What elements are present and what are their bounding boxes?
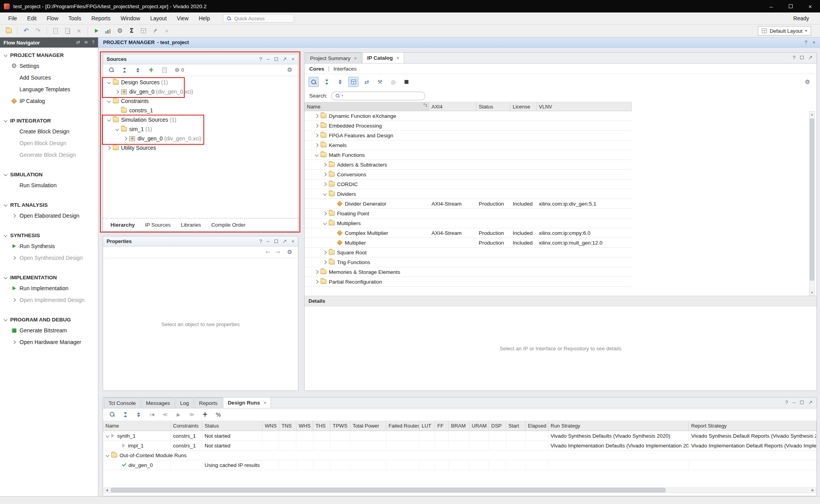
expand-all-icon[interactable]: [133, 65, 143, 75]
scroll-down-icon[interactable]: ▼: [809, 290, 815, 295]
flownav-item-open-block-design[interactable]: Open Block Design: [0, 137, 98, 149]
paste-icon[interactable]: [62, 26, 72, 36]
flownav-item-open-synthesized-design[interactable]: Open Synthesized Design: [0, 252, 98, 264]
layout-grid-icon[interactable]: [138, 26, 148, 36]
sources-tab-libraries[interactable]: Libraries: [176, 220, 205, 230]
minimize-icon[interactable]: –: [793, 399, 795, 405]
column-header-wns[interactable]: WNS: [262, 421, 279, 431]
percent-icon[interactable]: %: [213, 410, 223, 420]
ip-row-divider-generator[interactable]: Divider Generator AXI4-Stream Production…: [305, 199, 632, 209]
menu-layout[interactable]: Layout: [145, 13, 172, 23]
maximize-window-icon[interactable]: [781, 0, 800, 12]
tab-log[interactable]: Log: [175, 398, 194, 408]
chevron-down-icon[interactable]: [4, 234, 7, 237]
sources-tab-ip-sources[interactable]: IP Sources: [141, 220, 175, 230]
help-icon[interactable]: ?: [259, 56, 262, 62]
tab-project-summary[interactable]: Project Summary×: [305, 53, 362, 63]
chevron-down-icon[interactable]: [4, 318, 7, 321]
flownav-item-open-hardware-manager[interactable]: Open Hardware Manager: [0, 336, 98, 348]
close-window-icon[interactable]: ×: [800, 0, 820, 12]
ip-row-trig-functions[interactable]: Trig Functions: [305, 257, 632, 267]
ip-row-dividers[interactable]: Dividers: [305, 189, 632, 199]
settings-gear-icon[interactable]: ⚙: [285, 247, 295, 257]
expander-icon[interactable]: [315, 114, 318, 118]
column-header-ths[interactable]: THS: [313, 421, 330, 431]
settings-gear-icon[interactable]: ⚙: [802, 77, 813, 87]
view-cores[interactable]: Cores: [309, 66, 324, 72]
forward-icon[interactable]: →: [275, 249, 280, 255]
flownav-item-settings[interactable]: ⚙ Settings: [0, 60, 98, 72]
column-header-axi4[interactable]: AXI4: [429, 102, 476, 111]
column-header-vlnv[interactable]: VLNV: [537, 102, 632, 111]
scroll-up-icon[interactable]: ▲: [809, 112, 815, 117]
float-icon[interactable]: ↗: [808, 55, 813, 60]
column-header-name[interactable]: Name: [103, 421, 171, 431]
source-item-constraints[interactable]: Constraints: [103, 96, 298, 106]
ip-row-complex-multiplier[interactable]: Complex Multiplier AXI4-Stream Productio…: [305, 228, 632, 238]
tab-ip-catalog[interactable]: IP Catalog×: [362, 52, 404, 63]
source-item-simulation-sources[interactable]: Simulation Sources (1): [103, 115, 298, 124]
ip-row-memories-storage-elements[interactable]: Memories & Storage Elements: [305, 267, 632, 277]
float-icon[interactable]: ↗: [283, 57, 287, 62]
flownav-item-run-simulation[interactable]: Run Simulation: [0, 179, 98, 191]
minimize-window-icon[interactable]: –: [761, 0, 781, 12]
sources-tab-hierarchy[interactable]: Hierarchy: [106, 220, 139, 230]
group-by-category-icon[interactable]: [348, 77, 358, 87]
close-icon[interactable]: ×: [291, 238, 294, 244]
menu-window[interactable]: Window: [116, 13, 145, 23]
minimize-icon[interactable]: –: [267, 56, 269, 62]
report-icon[interactable]: [159, 65, 169, 75]
run-row-div-gen-0[interactable]: div_gen_0Using cached IP results: [103, 460, 816, 470]
expander-icon[interactable]: [107, 118, 111, 122]
expander-icon[interactable]: [123, 137, 127, 140]
menu-view[interactable]: View: [172, 13, 194, 23]
ip-row-square-root[interactable]: Square Root: [305, 248, 632, 257]
menu-tools[interactable]: Tools: [63, 13, 86, 23]
flownav-item-run-synthesis[interactable]: Run Synthesis: [0, 240, 98, 252]
horizontal-scrollbar[interactable]: ◀ ▶: [103, 487, 816, 493]
chevron-down-icon[interactable]: [4, 119, 7, 122]
ip-row-multipliers[interactable]: Multipliers: [305, 218, 632, 228]
add-sources-icon[interactable]: +: [146, 65, 156, 75]
expander-icon[interactable]: [315, 124, 318, 128]
search-icon[interactable]: [308, 77, 319, 87]
help-icon[interactable]: ?: [793, 55, 795, 60]
stop-icon[interactable]: [401, 77, 412, 87]
undo-icon[interactable]: ↶: [21, 26, 31, 36]
flownav-item-open-implemented-design[interactable]: Open Implemented Design: [0, 294, 98, 306]
reports-sum-icon[interactable]: Σ: [127, 26, 137, 36]
flownav-section-header-program-and-debug[interactable]: PROGRAM AND DEBUG: [0, 314, 98, 325]
flownav-section-header-synthesis[interactable]: SYNTHESIS: [0, 230, 98, 240]
step-forward-icon[interactable]: ≫: [187, 410, 197, 420]
ip-search-input[interactable]: ▾: [331, 92, 425, 100]
settings-icon[interactable]: ⚙: [115, 26, 125, 36]
maximize-icon[interactable]: [800, 55, 804, 60]
flownav-section-header-rtl-analysis[interactable]: RTL ANALYSIS: [0, 200, 98, 210]
collapse-all-icon[interactable]: [120, 410, 130, 420]
expander-icon[interactable]: [115, 90, 119, 94]
sources-tab-compile-order[interactable]: Compile Order: [207, 220, 250, 230]
source-item-sim-1[interactable]: sim_1 (1): [103, 124, 298, 134]
step-back-icon[interactable]: ≪: [160, 410, 170, 420]
expander-icon[interactable]: [323, 212, 326, 215]
run-row-out-of-context-module-runs[interactable]: Out-of-Context Module Runs: [103, 451, 816, 460]
close-icon[interactable]: ×: [812, 39, 815, 45]
expander-icon[interactable]: [315, 153, 318, 157]
scroll-right-icon[interactable]: ▶: [810, 488, 816, 493]
source-item-div-gen-0[interactable]: div_gen_0 (div_gen_0.xci): [103, 134, 298, 143]
flownav-section-header-simulation[interactable]: SIMULATION: [0, 169, 98, 179]
flownav-item-ip-catalog[interactable]: IP Catalog: [0, 95, 98, 107]
ip-row-floating-point[interactable]: Floating Point: [305, 209, 632, 218]
ip-row-dynamic-function-exchange[interactable]: Dynamic Function eXchange: [305, 111, 632, 121]
expander-icon[interactable]: [315, 270, 318, 274]
ip-row-embedded-processing[interactable]: Embedded Processing: [305, 121, 632, 131]
tab-reports[interactable]: Reports: [194, 398, 222, 408]
column-header-license[interactable]: License: [510, 102, 537, 111]
help-icon[interactable]: ?: [785, 399, 788, 405]
scroll-left-icon[interactable]: ◀: [104, 488, 110, 493]
flownav-item-generate-block-design[interactable]: Generate Block Design: [0, 149, 98, 161]
run-row-impl-1[interactable]: impl_1constrs_1Not startedVivado Impleme…: [103, 441, 816, 451]
float-icon[interactable]: ↗: [808, 400, 813, 405]
expander-icon[interactable]: [323, 163, 326, 167]
collapse-all-icon[interactable]: [119, 65, 130, 75]
